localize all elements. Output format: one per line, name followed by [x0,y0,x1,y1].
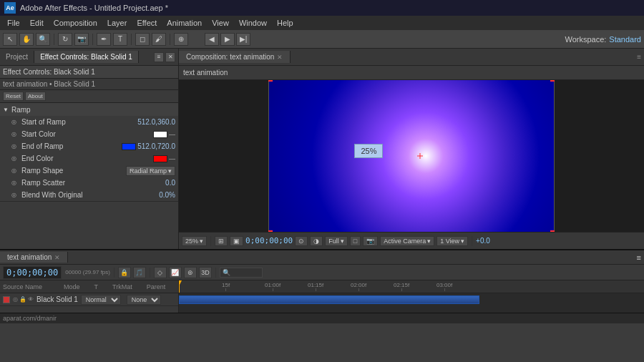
start-of-ramp-property: ◎ Start of Ramp 512.0,360.0 [0,116,178,128]
tool-hand[interactable]: ✋ [19,33,34,46]
workspace-label: Workspace: Standard [565,35,641,44]
end-color-value: — [153,155,175,162]
blend-orig-text[interactable]: 0.0% [159,191,175,199]
comp-bottom-toolbar: 25% ▾ ⊞ ▣ 0;00;00;00 ⊙ ◑ Full ▾ □ 📷 Acti… [179,232,644,249]
end-ramp-value: 512.0,720.0 [122,142,175,150]
tool-select[interactable]: ↖ [3,33,17,46]
comp-viewer[interactable]: 25% ↖ [179,80,644,232]
menu-effect[interactable]: Effect [132,17,161,29]
timeline-search-input[interactable] [220,268,263,278]
end-ramp-text[interactable]: 512.0,720.0 [137,142,175,150]
blend-orig-icon: ◎ [11,192,19,199]
end-color-swatch[interactable] [153,155,167,162]
timeline-tab-text-animation[interactable]: text animation ✕ [0,252,68,263]
menu-view[interactable]: View [208,17,233,29]
end-ramp-icon: ◎ [11,143,19,150]
panel-menu-icon[interactable]: ≡ [154,52,164,62]
tool-zoom[interactable]: 🔍 [36,33,50,46]
main-layout: Project Effect Controls: Black Solid 1 ≡… [0,49,644,249]
tab-effect-controls[interactable]: Effect Controls: Black Solid 1 [34,51,139,63]
end-color-property: ◎ End Color — [0,152,178,165]
color-manage-btn[interactable]: ◑ [310,236,323,246]
tool-camera[interactable]: 📷 [74,33,89,46]
start-ramp-text[interactable]: 512.0,360.0 [137,118,175,126]
toolbar-sep-2 [92,34,93,45]
plus-offset: +0.0 [476,237,490,245]
menu-window[interactable]: Window [235,17,271,29]
layer-bar-blacksolid[interactable] [179,295,479,304]
tool-shape[interactable]: ◻ [135,33,150,46]
tl-audio-btn[interactable]: 🎵 [133,267,146,278]
layer-eye-icon[interactable]: 👁 [28,296,34,303]
tl-markers-btn[interactable]: ◇ [154,267,167,278]
views-dropdown[interactable]: 1 View ▾ [436,236,468,246]
layer-row-blacksolid: ◎ 🔒 👁 Black Solid 1 Normal None [0,293,178,306]
tl-sep-3 [215,268,216,278]
timeline-toolbar: 0;00;00;00 00000 (29.97 fps) 🔒 🎵 ◇ 📈 ⊚ 3… [0,265,644,280]
ramp-shape-dropdown[interactable]: Radial Ramp ▾ [126,166,175,176]
status-bar: aparat.com/dmanir [0,313,644,323]
menu-help[interactable]: Help [273,17,298,29]
menu-composition[interactable]: Composition [49,17,102,29]
playhead-marker [179,280,182,285]
grid-btn[interactable]: ⊞ [215,236,228,246]
effect-controls-header: Effect Controls: Black Solid 1 [0,66,178,79]
ramp-shape-property: ◎ Ramp Shape Radial Ramp ▾ [0,165,178,177]
ramp-group-header[interactable]: ▼ Ramp [0,103,178,116]
menu-file[interactable]: File [3,17,24,29]
timeline-panel-menu-icon[interactable]: ≡ [637,253,644,262]
end-ramp-color-swatch[interactable] [122,143,136,150]
tl-motion-blur-btn[interactable]: ⊚ [184,267,197,278]
zoom-dropdown[interactable]: 25% ▾ [182,236,207,246]
progress-tooltip: 25% [354,144,383,158]
reset-button[interactable]: Reset [3,92,24,101]
tool-nav-end[interactable]: ▶| [236,33,250,46]
quality-dropdown[interactable]: Full ▾ [325,236,348,246]
tl-3d-btn[interactable]: 3D [199,267,212,278]
playhead[interactable] [179,280,180,293]
menu-animation[interactable]: Animation [162,17,206,29]
camera-view-dropdown[interactable]: Active Camera ▾ [380,236,434,246]
timeline-timecode[interactable]: 0;00;00;00 [3,266,62,279]
blend-orig-value: 0.0% [159,191,175,199]
render-btn[interactable]: ⊙ [295,236,308,246]
layer-lock-icon[interactable]: 🔒 [19,296,26,303]
layer-mode-dropdown[interactable]: Normal [81,295,121,305]
ramp-scatter-text[interactable]: 0.0 [165,179,175,187]
tool-pen[interactable]: ✒ [97,33,111,46]
panel-tabs: Project Effect Controls: Black Solid 1 ≡… [0,49,178,66]
start-color-dashes: — [169,131,175,138]
timeline-tab-close-icon[interactable]: ✕ [54,254,60,261]
start-color-value: — [153,131,175,138]
comp-tab-close-icon[interactable]: ✕ [277,54,283,61]
layer-parent-dropdown[interactable]: None [127,295,161,305]
ramp-scatter-property: ◎ Ramp Scatter 0.0 [0,177,178,189]
tool-paint[interactable]: 🖌 [152,33,166,46]
tool-nav-fwd[interactable]: ▶ [220,33,235,46]
quality-value: Full [328,238,339,245]
title-bar: Ae Adobe After Effects - Untitled Projec… [0,0,644,16]
menu-layer[interactable]: Layer [103,17,132,29]
snapshot-btn[interactable]: 📷 [363,236,378,246]
layer-solo-icon[interactable]: ◎ [13,296,18,303]
comp-panel-menu-icon[interactable]: ≡ [637,53,644,61]
panel-close-icon[interactable]: ✕ [165,52,175,62]
layer-header: Source Name Mode T TrkMat Parent [0,280,178,293]
about-button[interactable]: About [25,92,46,101]
tool-rotate[interactable]: ↻ [58,33,72,46]
comp-tab-label: Composition: text animation [186,53,274,61]
breadcrumb: text animation • Black Solid 1 [0,79,178,90]
tool-text[interactable]: T [113,33,127,46]
safe-zones-btn[interactable]: ▣ [230,236,243,246]
menu-edit[interactable]: Edit [26,17,48,29]
comp-canvas: 25% ↖ [268,80,555,232]
tool-puppet[interactable]: ⊕ [174,33,188,46]
tool-nav-back[interactable]: ◀ [205,33,219,46]
tl-graph-btn[interactable]: 📈 [169,267,182,278]
comp-tab-text-animation[interactable]: Composition: text animation ✕ [179,51,291,63]
tab-project[interactable]: Project [0,51,34,63]
tl-lock-btn[interactable]: 🔒 [118,267,131,278]
start-color-swatch[interactable] [153,131,167,138]
ruler-mark-2s: 02:00f [351,282,366,291]
output-device-btn[interactable]: □ [350,236,361,246]
